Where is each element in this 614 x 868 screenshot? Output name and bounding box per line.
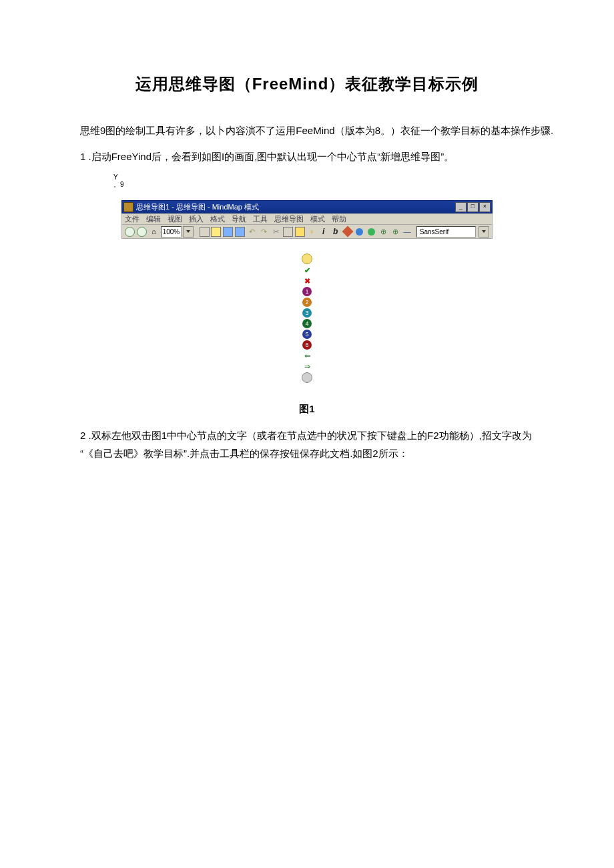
maximize-button[interactable]: □ xyxy=(467,202,479,212)
palette-num6-icon[interactable]: 6 xyxy=(302,340,312,350)
save-icon[interactable] xyxy=(223,226,234,237)
node-icon[interactable] xyxy=(342,226,353,237)
menu-nav[interactable]: 导航 xyxy=(232,214,246,224)
bulb-icon[interactable]: ♀ xyxy=(306,226,317,237)
palette-num1-icon[interactable]: 1 xyxy=(302,287,312,296)
copy-icon[interactable] xyxy=(282,226,293,237)
toolbar-overflow-icon[interactable] xyxy=(479,226,489,238)
minimize-button[interactable]: _ xyxy=(455,202,467,212)
misc-icon-3[interactable]: — xyxy=(402,226,412,237)
menu-edit[interactable]: 编辑 xyxy=(146,214,161,224)
zoom-select[interactable]: 100% xyxy=(161,226,182,238)
page-title: 运用思维导图（FreeMind）表征教学目标示例 xyxy=(60,73,554,95)
palette-left-arrow-icon[interactable]: ⇐ xyxy=(302,351,312,360)
menu-help[interactable]: 帮助 xyxy=(332,214,346,224)
menu-mindmap[interactable]: 思维导图 xyxy=(274,214,304,224)
cut-icon[interactable]: ✂ xyxy=(270,226,281,237)
back-button[interactable] xyxy=(125,226,135,237)
menu-view[interactable]: 视图 xyxy=(168,214,182,224)
menu-file[interactable]: 文件 xyxy=(125,214,139,224)
palette-check-icon[interactable]: ✔ xyxy=(302,266,312,275)
icon-palette: ✔ ✖ 1 2 3 4 5 6 ⇐ ⇒ xyxy=(302,254,312,383)
menu-format[interactable]: 格式 xyxy=(210,214,225,224)
color-icon[interactable] xyxy=(366,226,376,237)
figure1-caption: 图1 xyxy=(60,403,554,416)
palette-num3-icon[interactable]: 3 xyxy=(302,308,312,318)
palette-edit-icon[interactable] xyxy=(302,372,312,383)
window-titlebar: 思维导图1 - 思维导图 - MindMap 模式 _ □ × xyxy=(121,200,493,213)
menu-mode[interactable]: 模式 xyxy=(310,214,325,224)
cloud-icon[interactable] xyxy=(354,226,364,237)
palette-num5-icon[interactable]: 5 xyxy=(302,330,312,339)
palette-idea-icon[interactable] xyxy=(302,254,312,264)
window-title: 思维导图1 - 思维导图 - MindMap 模式 xyxy=(136,202,454,212)
step-1-text: 1 .启动FreeYind后，会看到如图I的画面,图中默认出现一个中心节点“新增… xyxy=(80,147,554,165)
misc-icon-1[interactable]: ⊕ xyxy=(378,226,388,237)
bold-button[interactable]: b xyxy=(330,226,341,237)
redo-icon[interactable]: ↷ xyxy=(258,226,269,237)
italic-button[interactable]: i xyxy=(318,226,329,237)
palette-num2-icon[interactable]: 2 xyxy=(302,298,312,307)
intro-paragraph: 思维9图的绘制工具有许多，以卜内容演不了运用FeeMind（版本为8。）衣征一个… xyxy=(60,121,554,139)
toolbar: ⌂ 100% ↶ ↷ ✂ ♀ i b ⊕ ⊕ — SansSerif xyxy=(121,225,493,239)
undo-icon[interactable]: ↶ xyxy=(247,226,258,237)
screenshot-figure1: 思维导图1 - 思维导图 - MindMap 模式 _ □ × 文件 编辑 视图… xyxy=(121,200,493,383)
app-icon xyxy=(123,202,133,212)
menu-tools[interactable]: 工具 xyxy=(253,214,268,224)
palette-right-arrow-icon[interactable]: ⇒ xyxy=(302,362,312,371)
new-icon[interactable] xyxy=(199,226,210,237)
open-icon[interactable] xyxy=(211,226,222,237)
home-icon[interactable]: ⌂ xyxy=(149,226,160,237)
menu-insert[interactable]: 插入 xyxy=(189,214,204,224)
close-button[interactable]: × xyxy=(479,202,491,212)
step-2-text: 2 .双标左他双击图1中中心节点的文字（或者在节点选中的状况下按下键盘上的F2功… xyxy=(80,426,554,462)
forward-button[interactable] xyxy=(137,226,147,237)
misc-icon-2[interactable]: ⊕ xyxy=(390,226,400,237)
small-note: Y 。9 xyxy=(113,173,554,188)
menu-bar: 文件 编辑 视图 插入 格式 导航 工具 思维导图 模式 帮助 xyxy=(121,213,493,225)
paste-icon[interactable] xyxy=(294,226,305,237)
palette-cross-icon[interactable]: ✖ xyxy=(302,276,312,286)
saveas-icon[interactable] xyxy=(235,226,246,237)
font-select[interactable]: SansSerif xyxy=(416,226,476,238)
zoom-dropdown-icon[interactable] xyxy=(183,226,194,238)
palette-num4-icon[interactable]: 4 xyxy=(302,319,312,328)
